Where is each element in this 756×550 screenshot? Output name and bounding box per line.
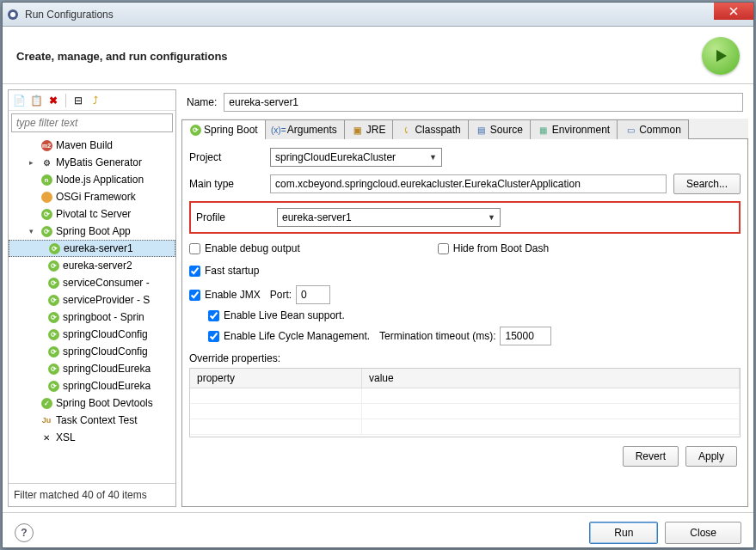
tree-label: springboot - Sprin [63,311,144,323]
port-input[interactable] [296,285,330,304]
collapse-all-icon[interactable]: ⊟ [71,94,85,107]
hide-bootdash-checkbox[interactable]: Hide from Boot Dash [438,242,549,254]
enable-debug-checkbox[interactable]: Enable debug output [189,242,300,254]
tab-icon: ▤ [476,124,488,136]
tree-label: serviceConsumer - [63,277,150,289]
run-button[interactable]: Run [589,522,658,544]
filter-input[interactable] [11,113,173,132]
profile-row: Profile eureka-server1 ▼ [196,208,734,227]
tab-icon: ▦ [538,124,550,136]
tab-arguments[interactable]: (x)=Arguments [265,119,345,139]
tree-icon: n [40,173,53,186]
tab-jre[interactable]: ▣JRE [344,119,394,139]
config-tree[interactable]: m2Maven Build▸⚙MyBatis GeneratornNode.js… [9,135,175,483]
override-section: Override properties: property value [189,352,741,437]
dialog-body: 📄 📋 ✖ ⊟ ⤴ m2Maven Build▸⚙MyBatis Generat… [3,84,753,512]
tree-child-item[interactable]: ⟳springboot - Sprin [9,309,175,326]
spring-icon: ⟳ [46,310,60,324]
tab-environment[interactable]: ▦Environment [530,119,618,139]
tree-item[interactable]: ✕XSL [9,429,175,446]
close-button[interactable]: Close [665,522,741,544]
tree-label: Maven Build [56,139,113,151]
tree-item[interactable]: nNode.js Application [9,171,175,188]
filter-status: Filter matched 40 of 40 items [9,483,175,506]
profile-value: eureka-server1 [282,211,352,223]
run-large-button[interactable] [702,37,740,75]
name-input[interactable] [224,93,743,112]
titlebar[interactable]: Run Configurations [3,3,753,27]
term-timeout-input[interactable] [500,327,551,345]
tab-icon: (x)= [273,124,285,136]
tree-icon: ⟳ [40,207,53,221]
override-body[interactable] [190,388,740,437]
tree-label: Pivotal tc Server [56,208,131,220]
tree-item[interactable]: ✓Spring Boot Devtools [9,394,175,412]
tab-label: Spring Boot [204,124,258,136]
chevron-down-icon: ▼ [429,153,437,162]
maintype-input[interactable] [270,174,667,193]
tree-item[interactable]: ▸⚙MyBatis Generator [9,154,175,171]
enable-debug-input[interactable] [189,243,200,254]
fast-startup-checkbox[interactable]: Fast startup [189,265,741,277]
new-config-icon[interactable]: 📄 [12,94,26,107]
fast-startup-input[interactable] [189,266,200,277]
tab-classpath[interactable]: ⤹Classpath [392,119,468,139]
tree-item[interactable]: JuTask Context Test [9,412,175,429]
tree-child-item[interactable]: ⟳serviceConsumer - [9,274,175,291]
tree-label: XSL [56,431,76,443]
live-bean-input[interactable] [208,310,219,321]
enable-jmx-input[interactable] [189,290,200,301]
port-label: Port: [270,289,292,301]
tab-common[interactable]: ▭Common [617,119,689,139]
tree-label: Spring Boot App [56,225,131,237]
revert-apply-row: Revert Apply [189,437,741,467]
spring-icon: ⟳ [46,259,60,272]
maintype-label: Main type [189,178,263,190]
live-bean-checkbox[interactable]: Enable Live Bean support. [208,309,741,321]
tree-item[interactable]: OSGi Framework [9,188,175,205]
tree-child-item[interactable]: ⟳eureka-server1 [9,240,175,257]
tree-child-item[interactable]: ⟳springCloudConfig [9,326,175,343]
tree-label: springCloudConfig [63,328,148,340]
term-timeout-label: Termination timeout (ms): [379,330,495,342]
revert-button[interactable]: Revert [623,446,679,467]
tree-label: springCloudConfig [63,345,148,358]
tree-child-item[interactable]: ⟳eureka-server2 [9,257,175,274]
override-header: property value [190,369,740,388]
tree-icon: ⚙ [40,156,53,169]
col-property: property [190,369,362,388]
tree-child-item[interactable]: ⟳springCloudConfig [9,343,175,360]
tree-label: Task Context Test [56,414,138,426]
debug-hide-row: Enable debug output Hide from Boot Dash [189,242,741,260]
tree-item[interactable]: ▾⟳Spring Boot App [9,223,175,240]
help-button[interactable]: ? [15,523,34,542]
tree-child-item[interactable]: ⟳springCloudEureka [9,360,175,377]
tab-source[interactable]: ▤Source [468,119,531,139]
dialog-header: Create, manage, and run configurations [3,27,753,84]
lifecycle-label: Enable Life Cycle Management. [224,330,370,342]
delete-icon[interactable]: ✖ [46,94,60,107]
tree-icon: ✓ [40,396,53,410]
tree-child-item[interactable]: ⟳serviceProvider - S [9,291,175,309]
hide-bootdash-input[interactable] [438,243,449,254]
search-button[interactable]: Search... [673,174,741,194]
tab-content: Project springCloudEurekaCluster ▼ Main … [181,139,748,507]
override-table[interactable]: property value [189,368,741,437]
duplicate-icon[interactable]: 📋 [29,94,43,107]
apply-button[interactable]: Apply [685,446,737,467]
lifecycle-row: Enable Life Cycle Management. Terminatio… [208,327,741,345]
lifecycle-input[interactable] [208,331,219,342]
profile-highlight: Profile eureka-server1 ▼ [189,201,741,234]
tree-child-item[interactable]: ⟳springCloudEureka [9,377,175,394]
filter-icon[interactable]: ⤴ [89,94,102,107]
tree-item[interactable]: ⟳Pivotal tc Server [9,205,175,223]
spring-icon: ⟳ [46,293,60,307]
tree-label: eureka-server2 [63,260,132,272]
close-icon [729,7,738,15]
dialog-footer: ? Run Close [3,512,753,550]
project-combo[interactable]: springCloudEurekaCluster ▼ [270,148,442,167]
tab-spring-boot[interactable]: ⟳Spring Boot [181,119,266,139]
tree-item[interactable]: m2Maven Build [9,137,175,154]
profile-combo[interactable]: eureka-server1 ▼ [277,208,501,227]
window-close-button[interactable] [714,3,753,20]
